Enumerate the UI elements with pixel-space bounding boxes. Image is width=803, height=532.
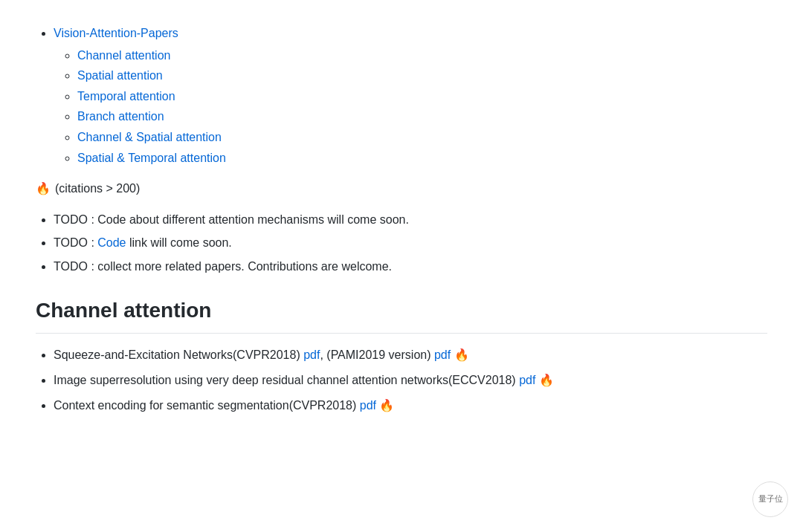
sub-nav-item-branch: Branch attention — [77, 107, 767, 126]
paper-item-1: Squeeze-and-Excitation Networks(CVPR2018… — [54, 346, 767, 365]
paper-1-text-before: Squeeze-and-Excitation Networks(CVPR2018… — [54, 348, 303, 361]
sub-nav-item-channel: Channel attention — [77, 46, 767, 65]
todo-prefix-2: TODO : — [54, 236, 97, 249]
paper-item-3: Context encoding for semantic segmentati… — [54, 396, 767, 415]
paper-2-fire: 🔥 — [539, 374, 554, 386]
fire-emoji: 🔥 — [36, 179, 51, 198]
citations-text: (citations > 200) — [55, 179, 140, 198]
sub-nav-item-spatial: Spatial attention — [77, 66, 767, 85]
todo-item-1: TODO : Code about different attention me… — [54, 210, 767, 230]
todo-list: TODO : Code about different attention me… — [36, 210, 767, 276]
paper-1-pdf-link-1[interactable]: pdf — [303, 348, 320, 361]
todo-prefix-1: TODO : — [54, 213, 97, 226]
paper-1-text-middle: , (PAMI2019 version) — [320, 348, 434, 361]
top-nav-list: Vision-Attention-Papers Channel attentio… — [36, 24, 767, 167]
citations-line: 🔥 (citations > 200) — [36, 179, 767, 198]
paper-3-text-before: Context encoding for semantic segmentati… — [54, 399, 360, 412]
paper-1-pdf-link-2[interactable]: pdf — [434, 348, 451, 361]
todo-item-2: TODO : Code link will come soon. — [54, 233, 767, 253]
paper-1-fire: 🔥 — [454, 348, 469, 361]
channel-spatial-attention-link[interactable]: Channel & Spatial attention — [77, 131, 222, 143]
channel-attention-section: Channel attention Squeeze-and-Excitation… — [36, 294, 767, 415]
vision-attention-papers-link[interactable]: Vision-Attention-Papers — [54, 27, 178, 39]
todo-text-1: Code about different attention mechanism… — [97, 213, 409, 226]
channel-attention-heading: Channel attention — [36, 294, 767, 334]
sub-nav-item-spatial-temporal: Spatial & Temporal attention — [77, 149, 767, 168]
spatial-attention-link[interactable]: Spatial attention — [77, 69, 163, 82]
paper-3-fire: 🔥 — [379, 399, 394, 412]
todo-item-3: TODO : collect more related papers. Cont… — [54, 257, 767, 276]
paper-2-pdf-link[interactable]: pdf — [519, 374, 535, 386]
paper-2-text-before: Image superresolution using very deep re… — [54, 374, 519, 386]
sub-nav-list: Channel attention Spatial attention Temp… — [54, 46, 767, 168]
channel-attention-link[interactable]: Channel attention — [77, 49, 170, 62]
papers-list: Squeeze-and-Excitation Networks(CVPR2018… — [36, 346, 767, 415]
code-link[interactable]: Code — [97, 236, 126, 249]
sub-nav-item-channel-spatial: Channel & Spatial attention — [77, 128, 767, 147]
top-nav-item: Vision-Attention-Papers Channel attentio… — [54, 24, 767, 167]
paper-3-pdf-link[interactable]: pdf — [360, 399, 376, 412]
branch-attention-link[interactable]: Branch attention — [77, 110, 164, 123]
todo-prefix-3: TODO : — [54, 260, 97, 273]
todo-suffix-2: link will come soon. — [126, 236, 232, 249]
spatial-temporal-attention-link[interactable]: Spatial & Temporal attention — [77, 152, 226, 164]
sub-nav-item-temporal: Temporal attention — [77, 87, 767, 106]
paper-item-2: Image superresolution using very deep re… — [54, 371, 767, 390]
temporal-attention-link[interactable]: Temporal attention — [77, 90, 175, 103]
todo-text-3: collect more related papers. Contributio… — [97, 260, 392, 273]
